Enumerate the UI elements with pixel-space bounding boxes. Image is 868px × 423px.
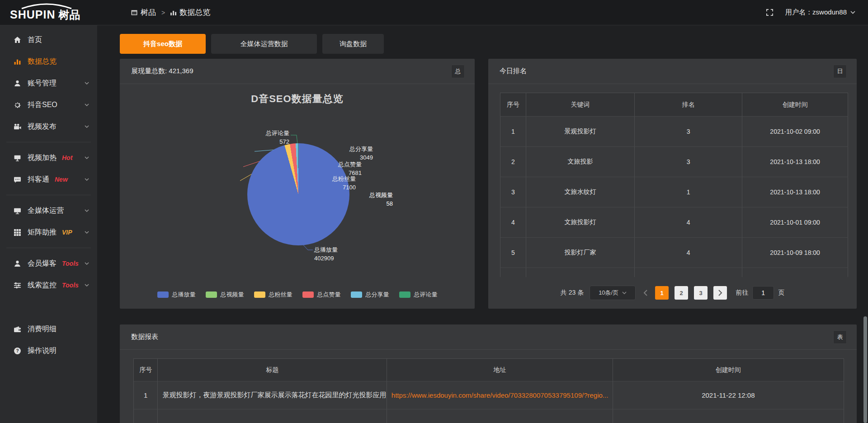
- next-page-button[interactable]: [713, 286, 727, 300]
- breadcrumb-current[interactable]: 数据总览: [170, 7, 210, 18]
- breadcrumb-root[interactable]: 树品: [131, 7, 156, 18]
- tab-douyin-seo-data[interactable]: 抖音seo数据: [120, 34, 206, 54]
- wallet-icon: [14, 325, 21, 333]
- sidebar-item-account[interactable]: 账号管理: [0, 72, 97, 94]
- cell-index: 1: [134, 381, 158, 409]
- pie-chart-area: D音SEO数据量总览 总评论量572 总分享量3049 总点赞量7681: [120, 84, 475, 309]
- page-button-3[interactable]: 3: [694, 286, 708, 300]
- sidebar-item-label: 操作说明: [28, 346, 57, 356]
- prev-page-button[interactable]: [643, 290, 647, 296]
- hot-badge: Hot: [62, 154, 72, 161]
- sidebar-item-data-overview[interactable]: 数据总览: [0, 51, 97, 72]
- col-header-title: 标题: [158, 359, 387, 381]
- chevron-down-icon: [85, 178, 89, 181]
- sidebar-item-video-heat[interactable]: 视频加热 Hot: [0, 147, 97, 169]
- cell-keyword: 景观投影灯: [526, 117, 635, 147]
- table-row: 2 文旅投影 3 2021-10-13 18:00: [500, 147, 848, 177]
- sidebar-item-video-publish[interactable]: 视频发布: [0, 116, 97, 137]
- chart-legend: 总播放量 总视频量 总粉丝量 总点赞量 总分享量 总评论量: [120, 291, 475, 299]
- legend-item-shares[interactable]: 总分享量: [351, 291, 389, 299]
- legend-item-likes[interactable]: 总点赞量: [302, 291, 341, 299]
- legend-item-videos[interactable]: 总视频量: [206, 291, 244, 299]
- cell-rank: 3: [635, 117, 742, 147]
- pie-label-comments: 总评论量572: [266, 129, 289, 146]
- chevron-down-icon: [622, 291, 627, 294]
- report-table: 序号 标题 地址 创建时间 1 景观投影灯，夜游景观投影灯厂家展示展示落花灯在花…: [133, 358, 844, 423]
- legend-item-plays[interactable]: 总播放量: [157, 291, 196, 299]
- page-button-2[interactable]: 2: [675, 286, 688, 300]
- table-row: 3 文旅水纹灯 1 2021-10-13 18:00: [500, 177, 848, 207]
- chevron-down-icon: [85, 262, 89, 265]
- sidebar-item-matrix-boost[interactable]: 矩阵助推 VIP: [0, 221, 97, 243]
- sidebar-item-home[interactable]: 首页: [0, 29, 97, 51]
- window-icon: [131, 10, 137, 15]
- header-right: 用户名：zswodun88: [766, 8, 868, 17]
- video-link[interactable]: https://www.iesdouyin.com/share/video/70…: [388, 391, 612, 399]
- cell-index: 1: [500, 117, 526, 147]
- tab-omnimedia-data[interactable]: 全媒体运营数据: [211, 34, 317, 54]
- legend-swatch: [351, 291, 362, 298]
- report-panel-title: 数据报表: [131, 333, 158, 341]
- legend-item-fans[interactable]: 总粉丝量: [254, 291, 292, 299]
- chevron-down-icon: [85, 209, 89, 212]
- chevron-down-icon: [85, 284, 89, 287]
- sidebar-item-label: 抖客通: [28, 175, 49, 184]
- sidebar-item-member-burst[interactable]: 会员爆客 Tools: [0, 253, 97, 274]
- chevron-down-icon: [850, 11, 855, 14]
- sidebar-item-label: 消费明细: [28, 324, 57, 334]
- goto-page-input[interactable]: [752, 286, 774, 300]
- tools-badge: Tools: [62, 282, 79, 289]
- page-scrollbar[interactable]: [863, 316, 867, 423]
- video-camera-icon: [14, 123, 21, 131]
- chevron-right-icon: [718, 290, 722, 296]
- report-panel-header: 数据报表 表: [120, 324, 857, 350]
- cell-created: 2021-10-02 09:00: [742, 117, 848, 147]
- cell-index: 5: [500, 238, 526, 268]
- legend-swatch: [302, 291, 314, 298]
- sidebar-item-omnimedia[interactable]: 全媒体运营: [0, 200, 97, 221]
- total-view-button[interactable]: 总: [451, 65, 465, 78]
- sidebar-item-label: 首页: [28, 35, 42, 45]
- breadcrumb-root-label: 树品: [141, 7, 156, 18]
- page-button-1[interactable]: 1: [655, 286, 669, 300]
- ranking-panel-title: 今日排名: [500, 67, 527, 75]
- report-panel: 数据报表 表 序号 标题 地址 创建时间 1 景观投影灯，夜游景观投影灯厂家展示…: [120, 324, 857, 423]
- grid-icon: [14, 229, 21, 236]
- logo[interactable]: SHUPIN 树品: [0, 3, 104, 22]
- user-menu[interactable]: 用户名：zswodun88: [785, 8, 855, 17]
- sidebar-item-lead-monitor[interactable]: 线索监控 Tools: [0, 274, 97, 296]
- breadcrumb-separator: >: [161, 9, 165, 16]
- cell-keyword: 文旅投影灯: [526, 207, 635, 238]
- legend-item-comments[interactable]: 总评论量: [399, 291, 438, 299]
- cell-created: 2021-10-13 18:00: [742, 147, 848, 177]
- username-label: 用户名：zswodun88: [785, 8, 847, 17]
- sliders-icon: [14, 282, 21, 289]
- table-view-button[interactable]: 表: [833, 330, 847, 344]
- sidebar-item-consumption[interactable]: 消费明细: [0, 318, 97, 340]
- person-icon: [14, 260, 21, 268]
- sidebar-item-douketong[interactable]: 抖客通 New: [0, 169, 97, 190]
- chart-panel: 展现量总数: 421,369 总 D音SEO数据量总览 总评论量572 总分享量…: [120, 59, 475, 309]
- tools-badge: Tools: [62, 260, 79, 267]
- daily-view-button[interactable]: 日: [833, 65, 847, 78]
- fullscreen-icon[interactable]: [766, 9, 774, 16]
- breadcrumb: 树品 > 数据总览: [131, 7, 210, 18]
- breadcrumb-current-label: 数据总览: [179, 7, 210, 18]
- tab-inquiry-data[interactable]: 询盘数据: [322, 34, 384, 54]
- pagination-total: 共 23 条: [561, 289, 584, 297]
- sidebar-item-help[interactable]: ? 操作说明: [0, 340, 97, 362]
- sidebar-item-label: 数据总览: [28, 57, 57, 66]
- sidebar-divider: [6, 142, 91, 142]
- pagination: 共 23 条 10条/页 1 2 3 前往 页: [488, 286, 857, 300]
- pie-label-plays: 总播放量402909: [314, 246, 338, 263]
- bar-chart-icon: [170, 9, 176, 15]
- page-size-select[interactable]: 10条/页: [590, 286, 636, 300]
- chevron-down-icon: [85, 125, 89, 128]
- billboard-icon: [14, 154, 21, 162]
- top-header: SHUPIN 树品 树品 > 数据总览 用户名：zswodun88: [0, 0, 868, 25]
- chart-panel-header: 展现量总数: 421,369 总: [120, 59, 475, 84]
- ranking-panel-header: 今日排名 日: [488, 59, 857, 84]
- cell-rank: 4: [635, 207, 742, 238]
- sidebar-item-douyin-seo[interactable]: 抖音SEO: [0, 94, 97, 116]
- pie-chart[interactable]: [247, 143, 349, 245]
